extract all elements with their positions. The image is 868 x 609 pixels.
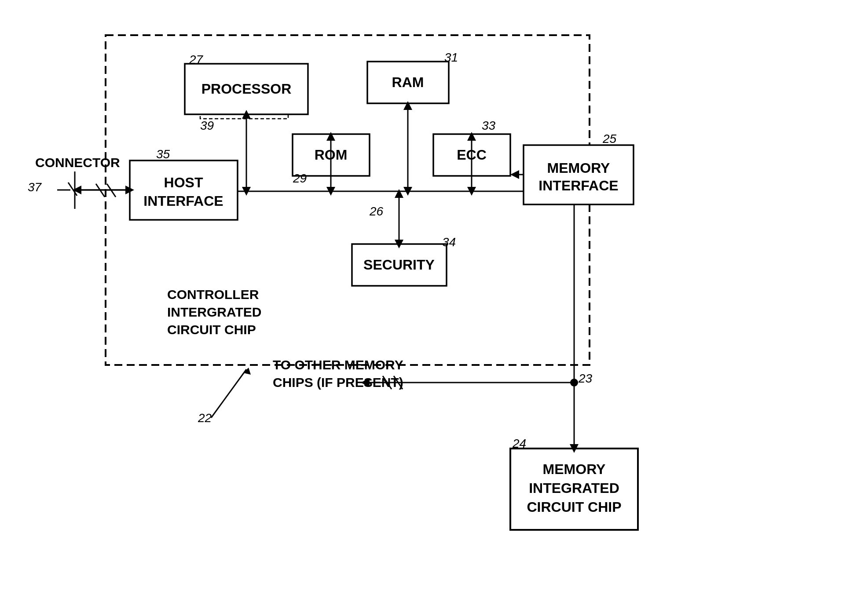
diagram-container: PROCESSOR 27 39 RAM 31 ROM 29 ECC 33 HOS… (0, 0, 868, 609)
connector-label: CONNECTOR (35, 155, 120, 170)
ref-33: 33 (482, 119, 496, 132)
to-other-chips-label-line2: CHIPS (IF PRESENT) (273, 375, 403, 390)
memory-interface-label-line2: INTERFACE (538, 178, 618, 193)
ref-22: 22 (198, 411, 212, 425)
ref-24: 24 (512, 437, 526, 450)
ref-37: 37 (28, 180, 42, 194)
ref-34: 34 (442, 235, 456, 249)
to-other-chips-label-line1: TO OTHER MEMORY (273, 357, 403, 372)
memory-ic-label-line3: CIRCUIT CHIP (527, 499, 621, 515)
controller-chip-label-line1: CONTROLLER (167, 287, 259, 302)
ref-25: 25 (602, 132, 617, 146)
ram-label: RAM (392, 74, 424, 90)
ref-26: 26 (369, 204, 384, 218)
host-interface-label-line2: INTERFACE (143, 193, 223, 209)
ref-29: 29 (293, 171, 307, 185)
memory-ic-label-line1: MEMORY (543, 461, 606, 477)
ref-39: 39 (200, 119, 214, 132)
ref-27: 27 (189, 53, 204, 66)
ref-35: 35 (156, 147, 170, 161)
processor-label: PROCESSOR (201, 81, 291, 97)
ref-23: 23 (578, 372, 593, 385)
controller-chip-label-line3: CIRCUIT CHIP (167, 322, 256, 337)
controller-chip-label-line2: INTERGRATED (167, 305, 261, 319)
memory-interface-label-line1: MEMORY (547, 160, 610, 176)
security-label: SECURITY (363, 257, 435, 273)
host-interface-label-line1: HOST (164, 175, 203, 190)
ref-31: 31 (444, 51, 458, 64)
memory-ic-label-line2: INTEGRATED (529, 480, 619, 496)
